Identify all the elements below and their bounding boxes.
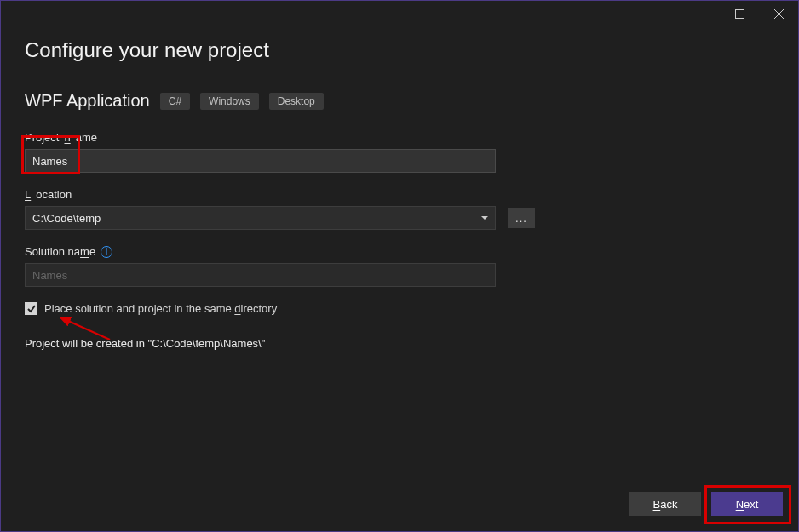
next-button[interactable]: Next: [711, 492, 783, 516]
page-title: Configure your new project: [25, 38, 774, 62]
titlebar: [1, 1, 798, 28]
solution-name-group: Solution name i: [25, 245, 774, 287]
tag-desktop: Desktop: [269, 93, 324, 110]
info-icon[interactable]: i: [101, 246, 112, 258]
window-controls: [681, 1, 798, 26]
tag-csharp: C#: [160, 93, 190, 110]
browse-button[interactable]: ...: [508, 208, 535, 228]
project-path-summary: Project will be created in "C:\Code\temp…: [25, 337, 774, 350]
project-name-group: Project name: [25, 131, 774, 173]
location-dropdown[interactable]: C:\Code\temp: [25, 206, 496, 230]
chevron-down-icon: [481, 216, 488, 220]
minimize-button[interactable]: [681, 1, 720, 26]
solution-name-label: Solution name i: [25, 245, 774, 258]
footer-buttons: Back Next: [629, 492, 783, 516]
location-group: Location C:\Code\temp ...: [25, 188, 774, 230]
same-directory-checkbox-row: Place solution and project in the same d…: [25, 302, 774, 315]
solution-name-input: [25, 263, 496, 287]
close-button[interactable]: [759, 1, 798, 26]
main-content: Configure your new project WPF Applicati…: [1, 38, 798, 350]
template-name: WPF Application: [25, 91, 150, 111]
maximize-button[interactable]: [720, 1, 759, 26]
project-name-label: Project name: [25, 131, 774, 144]
tag-windows: Windows: [200, 93, 259, 110]
project-name-input[interactable]: [25, 149, 496, 173]
same-directory-label: Place solution and project in the same d…: [44, 302, 277, 315]
location-label: Location: [25, 188, 774, 201]
template-header: WPF Application C# Windows Desktop: [25, 91, 774, 111]
back-button[interactable]: Back: [629, 492, 701, 516]
svg-rect-1: [735, 9, 744, 18]
location-value: C:\Code\temp: [32, 212, 101, 225]
same-directory-checkbox[interactable]: [25, 302, 37, 315]
